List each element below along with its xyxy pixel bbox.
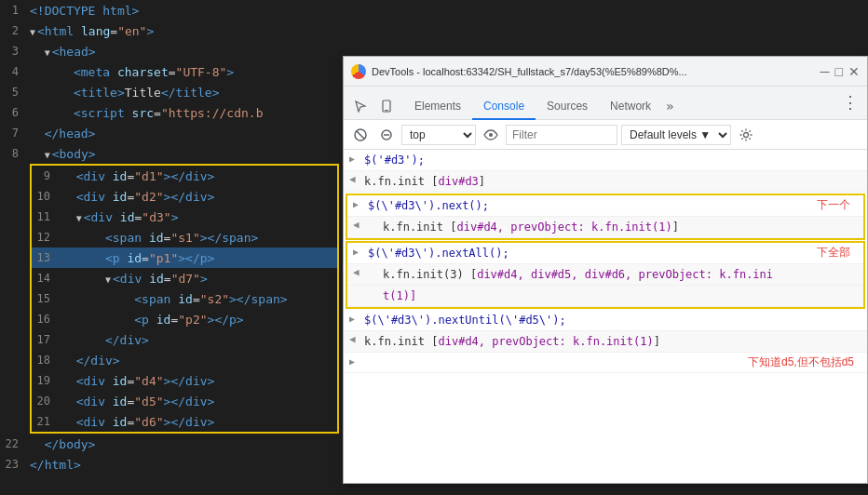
entry-text-8: k.fn.init [div#d4, prevObject: k.fn.init… xyxy=(364,333,861,350)
fold-arrow[interactable]: ▼ xyxy=(76,213,82,223)
entry-text-5: $(\'#d3\').nextAll(); xyxy=(368,245,817,261)
code-line-17: 17 </div> xyxy=(32,329,337,350)
entry-caret-2: ◀ xyxy=(349,173,364,185)
ban-icon xyxy=(353,127,368,142)
tab-network[interactable]: Network xyxy=(599,94,662,120)
devtools-tabs: Elements Console Sources Network » ⋮ xyxy=(344,87,867,120)
entry-text-7: $(\'#d3\').nextUntil(\'#d5\'); xyxy=(364,312,861,328)
code-line-23: 23 </html> xyxy=(0,454,343,475)
entry-text-3: $(\'#d3\').next(); xyxy=(368,197,817,214)
console-entry-6b: t(1)] xyxy=(347,286,863,307)
code-line-12: 12 <span id="s1"></span> xyxy=(32,227,337,248)
clear-button[interactable] xyxy=(375,124,398,146)
code-line-5: 5 <title>Title</title> xyxy=(0,82,343,102)
devtools-panel: DevTools - localhost:63342/SH_fullstack_… xyxy=(343,56,868,484)
code-line-2: 2 ▼<html lang="en"> xyxy=(0,20,343,41)
entry-caret-6: ◀ xyxy=(353,266,368,278)
console-entry-5: ▶ $(\'#d3\').nextAll(); 下全部 xyxy=(347,243,863,264)
code-line-6: 6 <script src="https://cdn.b xyxy=(0,102,343,123)
tab-elements[interactable]: Elements xyxy=(403,94,472,120)
phone-icon xyxy=(380,100,393,113)
entry-text-6: k.fn.init(3) [div#d4, div#d5, div#d6, pr… xyxy=(368,266,858,283)
console-entry-8: ◀ k.fn.init [div#d4, prevObject: k.fn.in… xyxy=(344,331,867,353)
devtools-titlebar: DevTools - localhost:63342/SH_fullstack_… xyxy=(344,57,867,87)
code-line-10: 10 <div id="d2"></div> xyxy=(32,186,337,207)
code-editor: 1 <!DOCTYPE html> 2 ▼<html lang="en"> 3 … xyxy=(0,0,343,495)
code-line-11: 11 ▼<div id="d3"> xyxy=(32,207,337,227)
close-button[interactable]: ✕ xyxy=(848,65,860,78)
settings-button[interactable] xyxy=(735,124,757,146)
code-line-9: 9 <div id="d1"></div> xyxy=(32,166,337,186)
code-line-22: 22 </body> xyxy=(0,434,343,454)
clear-console-button[interactable] xyxy=(349,124,372,146)
console-block-nextall: ▶ $(\'#d3\').nextAll(); 下全部 ◀ k.fn.init(… xyxy=(346,241,865,309)
devtools-title: DevTools - localhost:63342/SH_fullstack_… xyxy=(372,66,815,77)
console-entry-9: ▶ 下知道d5,但不包括d5 xyxy=(344,353,867,373)
tab-sources[interactable]: Sources xyxy=(536,94,599,120)
entry-caret-4: ◀ xyxy=(353,219,368,231)
console-entry-2: ◀ k.fn.init [div#d3] xyxy=(344,171,867,193)
gear-icon xyxy=(739,127,753,142)
code-line-21: 21 <div id="d6"></div> xyxy=(32,411,337,432)
tab-icons xyxy=(347,93,400,119)
tab-menu: ⋮ xyxy=(837,89,863,119)
entry-expand-9[interactable]: ▶ xyxy=(349,355,364,367)
fold-arrow[interactable]: ▼ xyxy=(30,27,35,37)
bottom-note: 下知道d5,但不包括d5 xyxy=(748,355,861,370)
console-output: ▶ $('#d3'); ◀ k.fn.init [div#d3] ▶ $(\'#… xyxy=(344,150,867,483)
tab-console[interactable]: Console xyxy=(472,94,536,120)
console-entry-1: ▶ $('#d3'); xyxy=(344,150,867,171)
nextall-note: 下全部 xyxy=(817,245,858,261)
cursor-icon-button[interactable] xyxy=(347,93,373,119)
tab-more[interactable]: » xyxy=(662,93,677,119)
console-entry-6: ◀ k.fn.init(3) [div#d4, div#d5, div#d6, … xyxy=(347,264,863,286)
entry-expand-1[interactable]: ▶ xyxy=(349,152,364,164)
eye-icon xyxy=(483,127,498,142)
code-line-14: 14 ▼<div id="d7"> xyxy=(32,268,337,288)
minimize-button[interactable]: ─ xyxy=(821,65,830,78)
maximize-button[interactable]: □ xyxy=(835,65,843,78)
default-levels-selector[interactable]: Default levels ▼ xyxy=(621,125,731,145)
svg-line-3 xyxy=(357,130,365,139)
filter-input[interactable] xyxy=(506,125,617,145)
entry-expand-3[interactable]: ▶ xyxy=(353,197,368,209)
code-line-13: 13 <p id="p1"></p> xyxy=(32,248,337,268)
fold-arrow[interactable]: ▼ xyxy=(45,150,50,160)
console-entry-7: ▶ $(\'#d3\').nextUntil(\'#d5\'); xyxy=(344,310,867,331)
entry-caret-8: ◀ xyxy=(349,333,364,345)
code-line-4: 4 <meta charset="UTF-8"> xyxy=(0,61,343,82)
code-line-1: 1 <!DOCTYPE html> xyxy=(0,0,343,20)
console-block-next: ▶ $(\'#d3\').next(); 下一个 ◀ k.fn.init [di… xyxy=(346,194,865,240)
code-line-16: 16 <p id="p2"></p> xyxy=(32,309,337,329)
code-line-20: 20 <div id="d5"></div> xyxy=(32,391,337,411)
context-selector[interactable]: top xyxy=(401,125,476,145)
console-entry-3: ▶ $(\'#d3\').next(); 下一个 xyxy=(347,195,863,217)
svg-point-6 xyxy=(489,133,493,137)
eye-button[interactable] xyxy=(480,124,502,146)
fold-arrow[interactable]: ▼ xyxy=(45,47,50,58)
code-line-15: 15 <span id="s2"></span> xyxy=(32,288,337,309)
code-line-7: 7 </head> xyxy=(0,123,343,143)
entry-text-4: k.fn.init [div#d4, prevObject: k.fn.init… xyxy=(368,219,858,235)
phone-icon-button[interactable] xyxy=(373,93,400,119)
chrome-icon xyxy=(351,64,366,79)
entry-text-6b: t(1)] xyxy=(368,288,858,304)
entry-text-1: $('#d3'); xyxy=(364,152,861,168)
devtools-menu-button[interactable]: ⋮ xyxy=(837,89,863,115)
console-entry-4: ◀ k.fn.init [div#d4, prevObject: k.fn.in… xyxy=(347,217,863,238)
code-line-3: 3 ▼<head> xyxy=(0,41,343,61)
entry-expand-5[interactable]: ▶ xyxy=(353,245,368,257)
console-toolbar: top Default levels ▼ xyxy=(344,120,867,150)
entry-expand-7[interactable]: ▶ xyxy=(349,312,364,324)
clear-icon xyxy=(379,127,394,142)
code-line-18: 18 </div> xyxy=(32,350,337,370)
highlight-box: 9 <div id="d1"></div> 10 <div id="d2"></… xyxy=(30,164,339,434)
next-note: 下一个 xyxy=(817,197,858,213)
fold-arrow[interactable]: ▼ xyxy=(105,274,111,285)
svg-rect-1 xyxy=(385,110,388,111)
svg-point-7 xyxy=(744,132,749,137)
cursor-icon xyxy=(354,100,367,113)
code-line-19: 19 <div id="d4"></div> xyxy=(32,370,337,391)
code-line-8: 8 ▼<body> xyxy=(0,143,343,164)
entry-text-2: k.fn.init [div#d3] xyxy=(364,173,861,190)
